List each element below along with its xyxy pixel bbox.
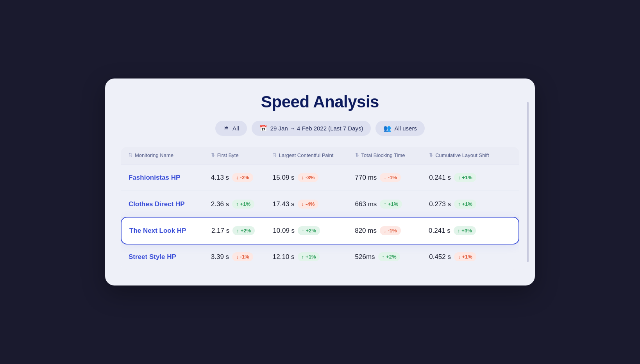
badge-cls-next-look: +3% [454,226,476,235]
filter-date[interactable]: 📅 29 Jan → 4 Feb 2022 (Last 7 Days) [252,121,371,136]
main-card: Speed Analysis 🖥 All 📅 29 Jan → 4 Feb 20… [105,79,535,286]
cell-cls-street-style: 0.452 s +1% [429,252,511,261]
badge-tbt-clothes-direct: +1% [380,200,402,209]
cell-cls-next-look: 0.241 s +3% [429,226,511,235]
arrow-icon [236,228,239,234]
arrow-icon [384,201,386,207]
value-first_byte-next-look: 2.17 s [211,227,229,235]
value-tbt-street-style: 526ms [355,253,375,261]
value-cls-fashionistas: 0.241 s [429,174,451,182]
arrow-icon [458,201,461,207]
calendar-icon: 📅 [259,125,267,132]
value-lcp-street-style: 12.10 s [273,253,295,261]
table-row[interactable]: The Next Look HP 2.17 s +2% 10.09 s +2% … [121,217,519,244]
sort-icon-fb: ⇅ [211,152,215,159]
filters-row: 🖥 All 📅 29 Jan → 4 Feb 2022 (Last 7 Days… [121,121,519,136]
monitoring-link-street-style[interactable]: Street Style HP [129,253,176,261]
cell-lcp-next-look: 10.09 s +2% [273,226,355,235]
value-tbt-fashionistas: 770 ms [355,174,377,182]
badge-first_byte-clothes-direct: +1% [232,200,254,209]
arrow-icon [458,254,461,260]
monitoring-link-clothes-direct[interactable]: Clothes Direct HP [129,200,185,208]
arrow-icon [302,175,304,180]
badge-first_byte-street-style: -1% [232,252,253,261]
cell-first_byte-fashionistas: 4.13 s -2% [211,173,273,182]
badge-tbt-next-look: -1% [380,226,401,235]
value-tbt-clothes-direct: 663 ms [355,200,377,208]
cell-name-fashionistas: Fashionistas HP [129,174,211,182]
cell-first_byte-next-look: 2.17 s +2% [211,226,273,235]
table-row[interactable]: Street Style HP 3.39 s -1% 12.10 s +1% 5… [121,244,519,270]
monitoring-link-next-look[interactable]: The Next Look HP [129,227,186,235]
monitoring-link-fashionistas[interactable]: Fashionistas HP [129,174,180,182]
value-first_byte-fashionistas: 4.13 s [211,174,229,182]
value-first_byte-clothes-direct: 2.36 s [211,200,229,208]
value-lcp-next-look: 10.09 s [273,227,295,235]
cell-lcp-street-style: 12.10 s +1% [273,252,355,261]
badge-cls-fashionistas: +1% [454,173,476,182]
arrow-icon [236,201,239,207]
value-cls-clothes-direct: 0.273 s [429,200,451,208]
sort-icon-name: ⇅ [129,152,132,159]
cell-name-clothes-direct: Clothes Direct HP [129,200,211,208]
sort-icon-cls: ⇅ [429,152,433,159]
cell-name-street-style: Street Style HP [129,253,211,261]
badge-first_byte-next-look: +2% [232,226,255,235]
badge-tbt-street-style: +2% [378,252,400,261]
cell-cls-fashionistas: 0.241 s +1% [429,173,511,182]
cell-first_byte-clothes-direct: 2.36 s +1% [211,200,273,209]
value-lcp-fashionistas: 15.09 s [273,174,295,182]
device-icon: 🖥 [223,125,229,132]
cell-lcp-fashionistas: 15.09 s -3% [273,173,355,182]
cell-first_byte-street-style: 3.39 s -1% [211,252,273,261]
col-header-lcp: ⇅ Largest Contentful Paint [273,152,355,159]
data-table: ⇅ Monitoring Name ⇅ First Byte ⇅ Largest… [121,147,519,270]
sort-icon-tbt: ⇅ [355,152,359,159]
arrow-icon [236,254,239,260]
arrow-icon [382,254,385,260]
sort-icon-lcp: ⇅ [273,152,277,159]
filter-device[interactable]: 🖥 All [215,121,247,136]
badge-lcp-clothes-direct: -4% [298,200,319,209]
badge-lcp-street-style: +1% [298,252,320,261]
cell-tbt-clothes-direct: 663 ms +1% [355,200,429,209]
users-icon: 👥 [383,125,391,132]
table-body: Fashionistas HP 4.13 s -2% 15.09 s -3% 7… [121,164,519,270]
arrow-icon [384,228,386,234]
cell-cls-clothes-direct: 0.273 s +1% [429,200,511,209]
value-first_byte-street-style: 3.39 s [211,253,229,261]
table-header: ⇅ Monitoring Name ⇅ First Byte ⇅ Largest… [121,147,519,165]
cell-name-next-look: The Next Look HP [129,227,211,235]
cell-tbt-fashionistas: 770 ms -1% [355,173,429,182]
badge-cls-street-style: +1% [454,252,476,261]
filter-device-label: All [232,125,239,132]
table-row[interactable]: Clothes Direct HP 2.36 s +1% 17.43 s -4%… [121,191,519,218]
table-row[interactable]: Fashionistas HP 4.13 s -2% 15.09 s -3% 7… [121,164,519,191]
arrow-icon [458,175,461,180]
value-lcp-clothes-direct: 17.43 s [273,200,295,208]
cell-lcp-clothes-direct: 17.43 s -4% [273,200,355,209]
arrow-icon [302,254,304,260]
value-cls-street-style: 0.452 s [429,253,451,261]
cell-tbt-next-look: 820 ms -1% [355,226,429,235]
col-header-first-byte: ⇅ First Byte [211,152,273,159]
col-header-tbt: ⇅ Total Blocking Time [355,152,429,159]
arrow-icon [236,175,239,180]
badge-lcp-fashionistas: -3% [298,173,319,182]
arrow-icon [302,201,304,207]
arrow-icon [302,228,304,234]
arrow-icon [384,175,386,180]
filter-users-label: All users [394,125,417,132]
filter-date-label: 29 Jan → 4 Feb 2022 (Last 7 Days) [270,125,363,132]
value-cls-next-look: 0.241 s [429,227,451,235]
cell-tbt-street-style: 526ms +2% [355,252,429,261]
arrow-icon [458,228,460,234]
col-header-name: ⇅ Monitoring Name [129,152,211,159]
page-title: Speed Analysis [121,93,519,111]
filter-users[interactable]: 👥 All users [375,121,425,136]
badge-cls-clothes-direct: +1% [454,200,476,209]
badge-tbt-fashionistas: -1% [380,173,401,182]
col-header-cls: ⇅ Cumulative Layout Shift [429,152,511,159]
badge-lcp-next-look: +2% [298,226,320,235]
badge-first_byte-fashionistas: -2% [232,173,253,182]
